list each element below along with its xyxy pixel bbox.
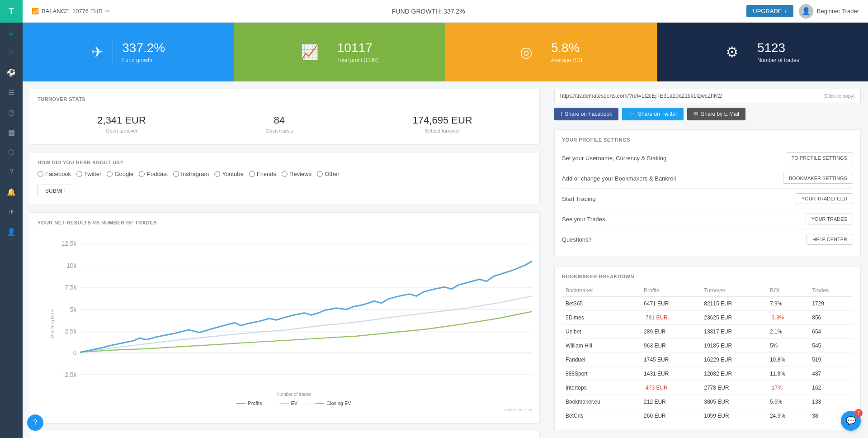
stat-divider-3 [542, 41, 542, 63]
sidebar-item-home[interactable]: ⌂ [0, 23, 23, 43]
profile-row-button-1[interactable]: BOOKMAKER SETTINGS [783, 173, 853, 184]
radio-friends[interactable] [249, 171, 255, 177]
right-column: https://tradematesports.com/?ref=1t2cEjT… [547, 81, 868, 438]
svg-text:-2.5k: -2.5k [63, 371, 77, 378]
fund-growth-header: FUND GROWTH: 337.2% [392, 8, 465, 15]
settled-turnover-label: Settled turnover [413, 128, 472, 133]
bm-cell-1-2: 23625 EUR [700, 311, 766, 325]
sidebar-item-history[interactable]: ◷ [0, 102, 23, 122]
profile-row-3: See your TradesYOUR TRADES [562, 209, 853, 229]
open-turnover-label: Open turnover [97, 128, 146, 133]
profile-row-label-1: Add or change your Bookmakers & Bankroll [562, 175, 676, 182]
referral-link-box[interactable]: https://tradematesports.com/?ref=1t2cEjT… [554, 89, 861, 103]
chat-bubble[interactable]: 💬 7 [841, 411, 861, 431]
share-buttons: f Share on Facebook 🐦 Share on Twitter ✉… [554, 108, 861, 120]
sidebar-item-shield[interactable]: ⬡ [0, 142, 23, 162]
radio-google[interactable] [107, 171, 113, 177]
sidebar-item-heart[interactable]: ♡ [0, 43, 23, 62]
bm-cell-5-4: 487 [808, 367, 853, 381]
profile-rows: Set your Username, Currency & StakingTO … [562, 148, 853, 249]
open-turnover: 2,341 EUR Open turnover [97, 114, 146, 133]
avatar: 👤 [799, 4, 813, 19]
legend-closing-ev: → Closing EV [307, 400, 351, 406]
profile-row-label-0: Set your Username, Currency & Staking [562, 155, 666, 162]
bm-cell-3-3: 5% [766, 339, 808, 353]
bm-cell-0-2: 82115 EUR [700, 297, 766, 311]
radio-item-friends[interactable]: Friends [249, 171, 276, 177]
radio-reviews[interactable] [282, 171, 288, 177]
bm-cell-4-1: 1745 EUR [640, 353, 700, 367]
sidebar-item-rocket[interactable]: ✈ [0, 202, 23, 222]
sidebar-item-question[interactable]: ? [0, 162, 23, 182]
bm-cell-4-4: 519 [808, 353, 853, 367]
radio-item-facebook[interactable]: Facebook [38, 171, 71, 177]
sidebar-item-bell[interactable]: 🔔 [0, 182, 23, 202]
wifi-icon: 📶 [32, 8, 39, 14]
bm-cell-0-4: 1729 [808, 297, 853, 311]
share-email-button[interactable]: ✉ Share by E Mail [687, 108, 745, 120]
profile-row-button-3[interactable]: YOUR TRADES [806, 214, 853, 224]
refer-card: REFER YOUR FRIENDS AND GET 120 EUR CREDI… [30, 431, 540, 438]
help-bubble[interactable]: ? [27, 414, 43, 431]
chat-badge: 7 [854, 409, 863, 417]
submit-button[interactable]: SUBMIT [38, 185, 73, 197]
bookmaker-table: BookmakerProfitsTurnoverROITrades Bet365… [562, 285, 853, 423]
bm-cell-5-3: 11.8% [766, 367, 808, 381]
svg-text:10k: 10k [66, 262, 77, 269]
referral-url: https://tradematesports.com/?ref=1t2cEjT… [560, 93, 819, 99]
open-trades-value: 84 [265, 114, 293, 126]
how-hear-card: HOW DID YOU HEAR ABOUT US? FacebookTwitt… [30, 152, 540, 205]
bm-cell-6-2: 2778 EUR [700, 381, 766, 395]
sidebar-item-user[interactable]: 👤 [0, 222, 23, 242]
bm-cell-2-0: Unibet [562, 325, 640, 339]
radio-item-instragram[interactable]: Instragram [173, 171, 209, 177]
profile-row-1: Add or change your Bookmakers & Bankroll… [562, 168, 853, 189]
bm-cell-4-2: 16229 EUR [700, 353, 766, 367]
email-icon: ✉ [693, 111, 698, 117]
total-profit-label: Total profit (EUR) [337, 57, 379, 63]
upgrade-button[interactable]: UPGRADE + [746, 5, 793, 17]
bm-cell-6-4: 162 [808, 381, 853, 395]
user-info: 👤 Beginner Trader [799, 4, 859, 19]
sidebar-item-chart[interactable]: ▦ [0, 122, 23, 142]
sidebar-item-list[interactable]: ☰ [0, 82, 23, 102]
sidebar-item-sports[interactable]: ⚽ [0, 62, 23, 82]
svg-text:5k: 5k [70, 306, 77, 313]
radio-item-google[interactable]: Google [107, 171, 133, 177]
header-right: UPGRADE + 👤 Beginner Trader [746, 4, 859, 19]
profile-row-button-2[interactable]: YOUR TRADEFEED [796, 193, 853, 204]
radio-podcast[interactable] [139, 171, 145, 177]
profile-row-0: Set your Username, Currency & StakingTO … [562, 148, 853, 168]
sidebar-logo[interactable]: T [0, 0, 23, 23]
bm-cell-1-0: 5Dimes [562, 311, 640, 325]
bookmaker-table-header: BookmakerProfitsTurnoverROITrades [562, 285, 853, 297]
legend-ev: → EV [271, 400, 298, 406]
radio-item-youtube[interactable]: Youtube [214, 171, 243, 177]
bm-col-profits: Profits [640, 285, 700, 297]
radio-item-other[interactable]: Other [317, 171, 340, 177]
user-name: Beginner Trader [817, 8, 859, 14]
bm-cell-0-1: 6471 EUR [640, 297, 700, 311]
share-twitter-button[interactable]: 🐦 Share on Twitter [622, 108, 684, 120]
avg-roi-value: 5.8% [551, 41, 582, 55]
sidebar: T ⌂ ♡ ⚽ ☰ ◷ ▦ ⬡ ? 🔔 ✈ 👤 [0, 0, 23, 438]
edit-icon[interactable]: ✏ [105, 8, 110, 14]
radio-item-twitter[interactable]: Twitter [76, 171, 101, 177]
radio-item-podcast[interactable]: Podcast [139, 171, 168, 177]
bm-cell-2-4: 654 [808, 325, 853, 339]
radio-facebook[interactable] [38, 171, 43, 177]
total-profit-stat: 10117 Total profit (EUR) [337, 41, 379, 63]
bm-cell-7-3: 5.6% [766, 395, 808, 409]
table-row: Unibet289 EUR13817 EUR2.1%654 [562, 325, 853, 339]
bm-cell-1-4: 856 [808, 311, 853, 325]
main-content: 📶 BALANCE: 10776 EUR ✏ FUND GROWTH: 337.… [23, 0, 868, 438]
header-balance-section: 📶 BALANCE: 10776 EUR ✏ [32, 8, 110, 14]
share-facebook-button[interactable]: f Share on Facebook [554, 108, 618, 120]
profile-row-button-4[interactable]: HELP CENTER [807, 234, 853, 245]
radio-instragram[interactable] [173, 171, 179, 177]
radio-twitter[interactable] [76, 171, 82, 177]
profile-row-button-0[interactable]: TO PROFILE SETTINGS [786, 152, 853, 163]
radio-youtube[interactable] [214, 171, 220, 177]
radio-item-reviews[interactable]: Reviews [282, 171, 311, 177]
radio-other[interactable] [317, 171, 323, 177]
